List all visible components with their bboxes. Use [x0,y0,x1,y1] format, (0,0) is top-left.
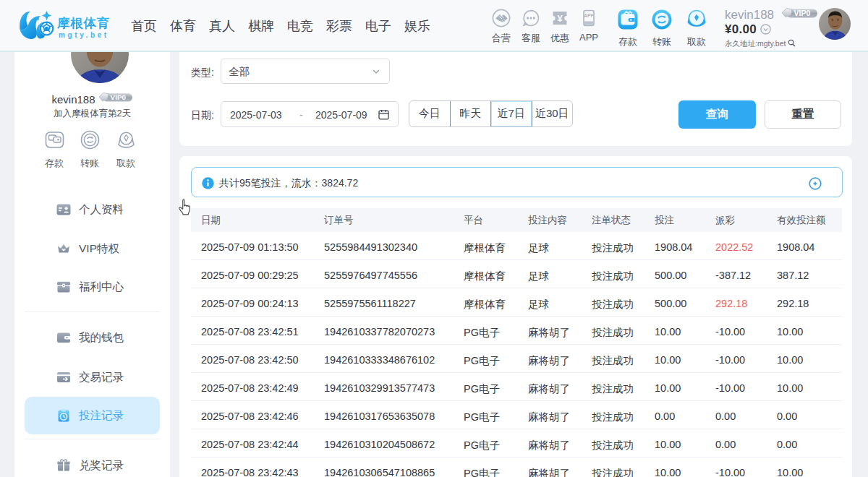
svg-text:VIP0: VIP0 [110,93,126,101]
svg-text:VIP0: VIP0 [793,9,810,17]
svg-text:APP: APP [584,13,594,18]
svg-text:¥: ¥ [557,13,563,24]
